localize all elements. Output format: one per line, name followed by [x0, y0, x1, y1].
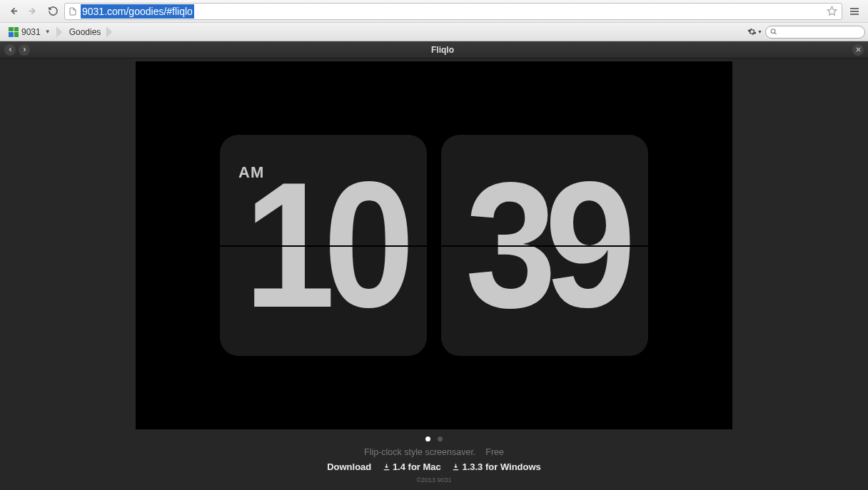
- site-search-input[interactable]: [780, 28, 860, 36]
- pager-dot[interactable]: [438, 437, 443, 441]
- chevron-down-icon: ▼: [757, 29, 762, 34]
- hours-digits: 10: [244, 156, 403, 335]
- breadcrumb-section-label: Goodies: [69, 27, 101, 37]
- caption-desc: Flip-clock style screensaver.: [364, 447, 475, 457]
- gear-icon: [747, 27, 757, 36]
- site-search[interactable]: [765, 26, 865, 39]
- arrow-left-icon: [7, 5, 19, 17]
- overlay-stage: AM 10 39 Flip-clock style screensaver. F…: [0, 58, 868, 490]
- svg-point-6: [771, 29, 775, 34]
- close-icon: [855, 46, 862, 53]
- svg-marker-2: [827, 6, 837, 15]
- breadcrumb-section[interactable]: Goodies: [64, 24, 108, 40]
- download-windows-label: 1.3.3 for Windows: [462, 461, 540, 472]
- arrow-left-icon: [7, 46, 14, 53]
- screenshot: AM 10 39: [136, 61, 732, 429]
- minutes-digits: 39: [465, 156, 625, 335]
- download-label: Download: [327, 461, 371, 472]
- breadcrumb-root[interactable]: 9031 ▼: [3, 24, 58, 40]
- back-button[interactable]: [4, 3, 21, 20]
- breadcrumb-root-label: 9031: [21, 27, 41, 37]
- site-logo-icon: [9, 27, 19, 37]
- overlay-next-button[interactable]: [19, 44, 30, 56]
- overlay-title: Fliqlo: [33, 45, 852, 55]
- footer-copyright: ©2013 9031: [416, 476, 451, 484]
- caption-price: Free: [485, 447, 504, 457]
- chevron-down-icon: ▼: [45, 29, 51, 35]
- reload-button[interactable]: [44, 3, 61, 20]
- flip-card-minutes: 39: [441, 135, 648, 356]
- overlay-header: Fliqlo: [0, 41, 868, 58]
- svg-line-7: [774, 33, 776, 34]
- browser-menu-button[interactable]: [845, 3, 864, 20]
- arrow-right-icon: [27, 5, 39, 17]
- overlay-close-button[interactable]: [852, 44, 864, 56]
- browser-toolbar: 9031.com/goodies/#fliqlo: [0, 0, 868, 23]
- download-icon: [383, 463, 390, 471]
- settings-menu-button[interactable]: ▼: [747, 27, 762, 36]
- page-icon: [68, 6, 78, 16]
- pager-dots: [425, 437, 443, 441]
- arrow-right-icon: [21, 46, 28, 53]
- pager-dot[interactable]: [425, 437, 430, 441]
- url-text: 9031.com/goodies/#fliqlo: [81, 4, 194, 19]
- search-icon: [770, 28, 777, 36]
- flip-card-hours: AM 10: [220, 135, 427, 356]
- hamburger-icon: [849, 6, 860, 17]
- caption: Flip-clock style screensaver. Free: [364, 447, 504, 457]
- page-content: Fliqlo AM 10 39 Flip-clock style screens…: [0, 41, 868, 490]
- download-windows-link[interactable]: 1.3.3 for Windows: [452, 461, 540, 472]
- reload-icon: [48, 6, 59, 16]
- overlay-prev-button[interactable]: [4, 44, 16, 56]
- download-mac-link[interactable]: 1.4 for Mac: [383, 461, 441, 472]
- bookmark-star-icon[interactable]: [827, 6, 837, 19]
- download-mac-label: 1.4 for Mac: [393, 461, 441, 472]
- download-row: Download 1.4 for Mac 1.3.3 for Windows: [327, 461, 541, 472]
- site-toolbar: 9031 ▼ Goodies ▼: [0, 23, 868, 41]
- address-bar[interactable]: 9031.com/goodies/#fliqlo: [64, 3, 842, 20]
- forward-button[interactable]: [24, 3, 41, 20]
- download-icon: [452, 463, 460, 471]
